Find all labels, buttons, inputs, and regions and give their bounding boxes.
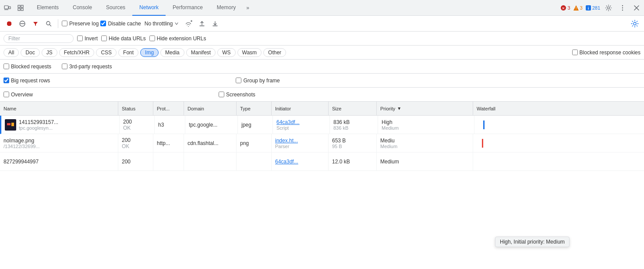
filter-input[interactable]: [4, 34, 74, 43]
blocked-requests-input[interactable]: [4, 64, 9, 69]
svg-rect-28: [7, 123, 11, 125]
disable-cache-input[interactable]: [100, 21, 106, 26]
svg-point-13: [622, 5, 623, 6]
search-icon[interactable]: [43, 18, 54, 29]
th-status[interactable]: Status: [118, 102, 153, 115]
initiator-link[interactable]: 64ca3df...: [275, 159, 325, 165]
hide-extension-urls-input[interactable]: [149, 35, 155, 41]
th-size[interactable]: Size: [329, 102, 377, 115]
waterfall-bar: [483, 120, 485, 129]
tab-icons: [2, 2, 26, 14]
network-settings-icon[interactable]: [629, 18, 640, 29]
tab-memory[interactable]: Memory: [210, 0, 243, 16]
overview-checkbox[interactable]: Overview: [4, 92, 33, 98]
type-filter-wasm[interactable]: Wasm: [237, 48, 262, 57]
wifi-icon: [184, 20, 193, 27]
td-waterfall: [473, 134, 644, 152]
third-party-checkbox[interactable]: 3rd-party requests: [62, 64, 112, 70]
divider-1: [58, 19, 58, 28]
td-name: 827299944997: [0, 152, 118, 170]
table-row[interactable]: 141152993157...tpc.googlesyn...200OKh3tp…: [0, 116, 644, 134]
throttle-selector[interactable]: No throttling: [143, 20, 181, 28]
td-size: 653 B95 B: [329, 134, 377, 152]
type-filter-font[interactable]: Font: [118, 48, 138, 57]
preserve-log-input[interactable]: [62, 21, 67, 26]
hide-data-urls-input[interactable]: [101, 35, 107, 41]
record-button[interactable]: ⏺: [4, 18, 15, 29]
third-party-input[interactable]: [62, 64, 67, 69]
td-domain: [184, 152, 237, 170]
td-protocol: h3: [155, 116, 185, 134]
close-icon[interactable]: [631, 2, 642, 14]
td-name: noImage.png/134122/32699...: [0, 134, 118, 152]
td-protocol: http...: [153, 134, 184, 152]
svg-rect-4: [21, 5, 23, 7]
tab-elements[interactable]: Elements: [30, 0, 66, 16]
clear-button[interactable]: [17, 18, 28, 29]
type-filter-media[interactable]: Media: [160, 48, 184, 57]
big-rows-checkbox[interactable]: Big request rows: [4, 78, 50, 84]
svg-point-26: [633, 22, 636, 25]
initiator-link[interactable]: index.ht...: [275, 138, 325, 144]
type-filter-img[interactable]: Img: [140, 48, 159, 57]
table-body: 141152993157...tpc.googlesyn...200OKh3tp…: [0, 116, 644, 171]
blocked-cookies-checkbox[interactable]: Blocked response cookies: [572, 50, 640, 56]
td-priority: HighMedium: [378, 116, 474, 134]
download-icon[interactable]: [209, 18, 221, 29]
screenshots-input[interactable]: [219, 92, 224, 97]
type-filter-all[interactable]: All: [4, 48, 19, 57]
tab-console[interactable]: Console: [66, 0, 99, 16]
th-initiator[interactable]: Initiator: [272, 102, 329, 115]
th-protocol[interactable]: Prot...: [153, 102, 184, 115]
waterfall-bar: [482, 139, 483, 148]
table-row[interactable]: noImage.png/134122/32699...200OKhttp...c…: [0, 134, 644, 152]
th-domain[interactable]: Domain: [184, 102, 237, 115]
td-protocol: [153, 152, 184, 170]
hide-data-urls-checkbox[interactable]: Hide data URLs: [101, 35, 146, 42]
initiator-link[interactable]: 64ca3df...: [276, 119, 326, 125]
more-options-icon[interactable]: [617, 2, 628, 14]
type-filter-row: AllDocJSFetch/XHRCSSFontImgMediaManifest…: [0, 46, 644, 60]
svg-text:!: !: [575, 6, 577, 11]
tab-more-icon[interactable]: »: [243, 0, 253, 16]
filter-icon[interactable]: [30, 18, 41, 29]
td-type: [237, 152, 272, 170]
preserve-log-checkbox[interactable]: Preserve log: [62, 21, 99, 27]
tab-performance[interactable]: Performance: [166, 0, 210, 16]
invert-checkbox[interactable]: Invert: [77, 35, 98, 42]
svg-rect-0: [4, 6, 8, 9]
disable-cache-checkbox[interactable]: Disable cache: [100, 21, 141, 27]
tab-network[interactable]: Network: [132, 0, 166, 16]
th-priority[interactable]: Priority ▼: [377, 102, 473, 115]
svg-rect-6: [21, 8, 23, 11]
type-filter-manifest[interactable]: Manifest: [186, 48, 216, 57]
td-waterfall: [473, 152, 644, 170]
hide-extension-urls-checkbox[interactable]: Hide extension URLs: [149, 35, 206, 42]
td-domain: cdn.flashtal...: [184, 134, 237, 152]
screenshots-checkbox[interactable]: Screenshots: [219, 92, 255, 98]
network-toolbar: ⏺ Preserve log Disable cache No throttli…: [0, 16, 644, 32]
blocked-cookies-input[interactable]: [572, 50, 578, 55]
device-toggle-icon[interactable]: [2, 2, 13, 14]
group-by-frame-input[interactable]: [236, 78, 241, 83]
inspect-icon[interactable]: [15, 2, 26, 14]
overview-input[interactable]: [4, 92, 9, 97]
tab-sources[interactable]: Sources: [99, 0, 132, 16]
th-waterfall[interactable]: Waterfall: [473, 102, 644, 115]
type-filter-css[interactable]: CSS: [96, 48, 117, 57]
table-row[interactable]: 82729994499720064ca3df...12.0 kBMedium: [0, 152, 644, 171]
big-rows-input[interactable]: [4, 78, 9, 83]
type-filter-fetch-xhr[interactable]: Fetch/XHR: [59, 48, 95, 57]
blocked-requests-checkbox[interactable]: Blocked requests: [4, 64, 51, 70]
invert-input[interactable]: [77, 35, 83, 41]
upload-icon[interactable]: [196, 18, 208, 29]
type-filter-js[interactable]: JS: [42, 48, 57, 57]
settings-icon[interactable]: [603, 2, 614, 14]
group-by-frame-checkbox[interactable]: Group by frame: [236, 78, 280, 84]
type-filter-other[interactable]: Other: [263, 48, 286, 57]
td-name: 141152993157...tpc.googlesyn...: [1, 116, 120, 134]
type-filter-ws[interactable]: WS: [217, 48, 235, 57]
th-type[interactable]: Type: [237, 102, 272, 115]
th-name[interactable]: Name: [0, 102, 118, 115]
type-filter-doc[interactable]: Doc: [21, 48, 39, 57]
